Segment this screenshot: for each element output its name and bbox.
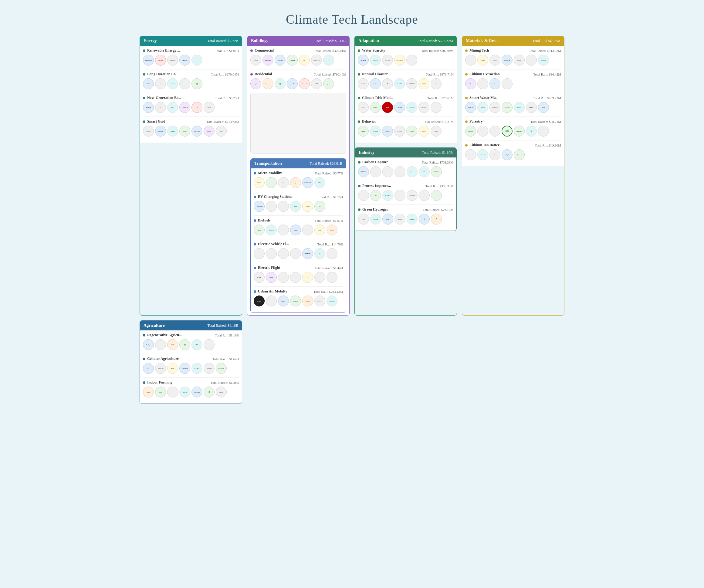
company-logo[interactable]: SEaB [538, 102, 549, 113]
company-logo[interactable]: AIREX [431, 166, 442, 177]
company-logo[interactable]: FORTERA [358, 166, 369, 177]
company-logo[interactable]: Svante [407, 166, 418, 177]
company-logo[interactable]: Akared [477, 149, 488, 160]
company-logo[interactable] [465, 149, 476, 160]
company-logo[interactable]: OISHII [216, 387, 227, 398]
company-logo[interactable]: SGB [314, 225, 325, 235]
company-logo[interactable]: GHIROC [407, 214, 418, 225]
company-logo[interactable]: ⊙ [314, 201, 325, 212]
company-logo[interactable]: Infarm [143, 387, 154, 398]
company-logo[interactable]: EARTH AI [502, 55, 513, 65]
company-logo[interactable]: MosaaMeat [216, 363, 227, 374]
company-logo[interactable]: XTI [302, 272, 313, 283]
company-logo[interactable]: Gevo [254, 225, 265, 235]
company-logo[interactable]: Lime [266, 177, 277, 188]
company-logo[interactable]: LWR [191, 339, 202, 350]
company-logo[interactable]: Lilac [465, 78, 476, 89]
company-logo[interactable]: Alert Media [394, 78, 405, 89]
company-logo[interactable]: C [431, 190, 442, 201]
company-logo[interactable]: Lilium [266, 272, 277, 283]
company-logo[interactable]: Tritium [302, 201, 313, 212]
company-logo[interactable]: PowerHive [155, 126, 166, 136]
company-logo[interactable]: Klima [430, 126, 442, 136]
company-logo[interactable]: MATRIX [191, 363, 202, 374]
company-logo[interactable]: VIMANA [327, 296, 338, 306]
company-logo[interactable]: DASH [302, 296, 313, 306]
company-logo[interactable]: Co B [430, 78, 442, 89]
company-logo[interactable] [502, 78, 513, 89]
company-logo[interactable] [290, 272, 301, 283]
company-logo[interactable]: Indigo [143, 339, 154, 350]
company-logo[interactable]: Edeniq [290, 225, 301, 235]
company-logo[interactable]: ii [155, 78, 166, 89]
company-logo[interactable]: GetGreen [394, 126, 405, 136]
company-logo[interactable]: Bowery [179, 387, 190, 398]
company-logo[interactable]: ECO2mix [383, 190, 393, 201]
company-logo[interactable]: 🔥 [431, 214, 442, 225]
company-logo[interactable]: Ontinent [514, 149, 525, 160]
company-logo[interactable]: ZY [143, 363, 154, 374]
company-logo[interactable]: Thought Wire [311, 55, 322, 65]
company-logo[interactable] [358, 190, 369, 201]
company-logo[interactable]: Theion [203, 102, 215, 113]
company-logo[interactable]: 🌿 [275, 78, 286, 89]
company-logo[interactable]: Carbon [250, 55, 261, 65]
company-logo[interactable]: ENERVOX [179, 102, 190, 113]
company-logo[interactable]: EnOcean [275, 55, 286, 65]
company-logo[interactable] [395, 190, 405, 201]
company-logo[interactable]: 🌿 [179, 339, 190, 350]
company-logo[interactable]: Ducky [418, 126, 429, 136]
company-logo[interactable]: Lumion [203, 126, 215, 136]
company-logo[interactable]: PureTech [370, 55, 381, 65]
company-logo[interactable]: SILA [167, 102, 178, 113]
company-logo[interactable] [526, 55, 537, 65]
company-logo[interactable]: ⬡ [323, 55, 334, 65]
company-logo[interactable]: GlassPoint [167, 55, 178, 65]
company-logo[interactable]: SOURCE [394, 55, 405, 65]
company-logo[interactable] [179, 78, 190, 89]
company-logo[interactable]: BYTON [302, 248, 313, 259]
company-logo[interactable]: ○ [191, 55, 202, 65]
company-logo[interactable]: ENWAY [526, 102, 537, 113]
company-logo[interactable]: SilviaTerra [514, 126, 525, 136]
company-logo[interactable]: ChargePoint [254, 201, 265, 212]
company-logo[interactable]: QS [155, 102, 166, 113]
company-logo[interactable]: BrightSource [143, 55, 154, 65]
company-logo[interactable]: Cervest [370, 102, 381, 113]
company-logo[interactable] [327, 248, 338, 259]
company-logo[interactable]: GELTOR [203, 363, 215, 374]
company-logo[interactable]: Trimble [477, 55, 488, 65]
company-logo[interactable]: TCS [382, 102, 393, 113]
company-logo[interactable] [278, 225, 289, 235]
company-logo[interactable]: Redwood [299, 78, 310, 89]
company-logo[interactable]: Recycling [502, 102, 513, 113]
company-logo[interactable]: ✳ [191, 102, 202, 113]
company-logo[interactable] [489, 126, 501, 136]
company-logo[interactable]: Overstory [418, 102, 429, 113]
company-logo[interactable] [155, 339, 166, 350]
company-logo[interactable]: Northvolt [143, 102, 154, 113]
company-logo[interactable]: ASCENT [314, 296, 325, 306]
company-logo[interactable]: SOMAX [395, 214, 405, 225]
company-logo[interactable] [278, 272, 289, 283]
company-logo[interactable]: ElnSha [514, 55, 525, 65]
company-logo[interactable]: Scarab [489, 55, 501, 65]
company-logo[interactable]: PerilOS [358, 78, 369, 89]
company-logo[interactable]: Skyryse [278, 296, 289, 306]
company-logo[interactable] [406, 55, 417, 65]
company-logo[interactable]: Phyfe [358, 214, 369, 225]
company-logo[interactable]: CLeaning [287, 55, 298, 65]
company-logo[interactable]: Volta [290, 201, 301, 212]
company-logo[interactable]: Li-Cycle [502, 149, 513, 160]
company-logo[interactable]: moixa [167, 126, 178, 136]
company-logo[interactable] [266, 248, 277, 259]
company-logo[interactable] [266, 296, 277, 306]
company-logo[interactable]: ⬡ [314, 248, 325, 259]
company-logo[interactable] [370, 166, 381, 177]
company-logo[interactable]: NOR [167, 339, 178, 350]
company-logo[interactable]: Adionics [489, 78, 501, 89]
company-logo[interactable]: LanzaTech [266, 225, 277, 235]
company-logo[interactable]: UrbanAir [290, 296, 301, 306]
company-logo[interactable]: DRYVER [382, 55, 393, 65]
company-logo[interactable]: JOBY [254, 272, 265, 283]
